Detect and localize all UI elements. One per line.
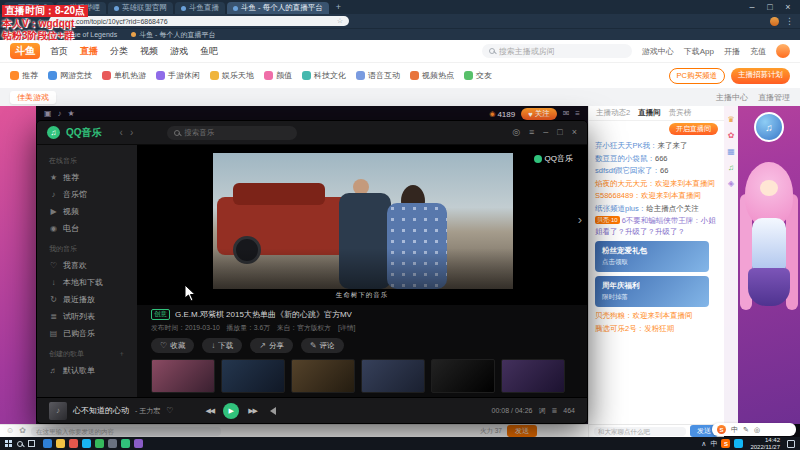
tray-caret-icon[interactable]: ∧ — [701, 440, 706, 447]
ime-lang-toggle[interactable]: 中 — [731, 426, 738, 433]
task-icon[interactable]: ▦ — [727, 148, 735, 156]
qqmusic-sidebar-entry[interactable]: 我的音乐 — [37, 237, 137, 257]
qqmusic-back-icon[interactable]: ‹ — [120, 128, 123, 138]
notification-center-icon[interactable] — [787, 440, 795, 448]
douyu-nav-item[interactable]: 鱼吧 — [200, 45, 218, 58]
mail-icon[interactable]: ✉ — [563, 110, 570, 118]
music-icon[interactable]: ♪ — [58, 110, 62, 118]
qqmusic-menu-icon[interactable]: ≡ — [529, 128, 534, 137]
douyu-header-link[interactable]: 游戏中心 — [642, 46, 674, 57]
taskbar-app-qqmusic[interactable] — [121, 439, 130, 448]
user-avatar[interactable] — [776, 44, 790, 58]
now-playing-artist[interactable]: 王力宏 — [135, 406, 160, 416]
douyu-nav-item[interactable]: 首页 — [50, 45, 68, 58]
lyric-button[interactable]: 词 — [538, 406, 545, 416]
danmu-send-button[interactable]: 发送 — [507, 425, 537, 437]
douyu-nav-item[interactable]: 游戏 — [170, 45, 188, 58]
qqmusic-minimize-button[interactable]: – — [543, 128, 548, 137]
douyu-category[interactable]: 娱乐天地 — [210, 70, 254, 81]
promo-button[interactable]: PC购买频道 — [669, 68, 725, 84]
volume-icon[interactable] — [266, 407, 276, 415]
douyu-header-link[interactable]: 下载App — [684, 46, 714, 57]
douyu-category[interactable]: 视频热点 — [410, 70, 454, 81]
gift-small-icon[interactable]: ✿ — [19, 427, 26, 435]
start-button[interactable] — [5, 440, 12, 447]
mv-thumbnail[interactable] — [431, 359, 495, 393]
taskbar-search-icon[interactable] — [17, 441, 23, 447]
qqmusic-search-input[interactable] — [184, 128, 290, 137]
mv-thumbnail[interactable] — [291, 359, 355, 393]
qqmusic-sidebar-entry[interactable]: ↓ 本地和下载 — [37, 274, 137, 291]
qqmusic-sidebar-entry[interactable]: ♪ 音乐馆 — [37, 186, 137, 203]
danmu-input[interactable] — [31, 427, 221, 436]
taskbar-app-explorer[interactable] — [56, 439, 65, 448]
douyu-category[interactable]: 科技文化 — [302, 70, 346, 81]
qqmusic-forward-icon[interactable]: › — [130, 128, 133, 138]
taskbar-app-edge[interactable] — [43, 439, 52, 448]
ime-settings-icon[interactable]: ◎ — [754, 426, 760, 433]
qqmusic-sidebar-entry[interactable]: ▶ 视频 — [37, 203, 137, 220]
taskbar-app-chrome[interactable] — [69, 439, 78, 448]
douyu-category[interactable]: 交友 — [464, 70, 492, 81]
mv-thumbnail[interactable] — [151, 359, 215, 393]
taskbar-clock[interactable]: 14:42 2022/11/27 — [747, 437, 783, 450]
mv-thumbnail[interactable] — [501, 359, 565, 393]
new-tab-button[interactable]: + — [331, 2, 346, 12]
douyu-search-box[interactable] — [482, 44, 632, 58]
taskbar-app-obs[interactable] — [134, 439, 143, 448]
douyu-category[interactable]: 语音互动 — [356, 70, 400, 81]
douyu-sub-link[interactable]: 直播管理 — [758, 92, 790, 103]
like-song-icon[interactable]: ♡ — [166, 406, 173, 415]
douyu-category[interactable]: 单机热游 — [102, 70, 146, 81]
douyu-nav-item[interactable]: 分类 — [110, 45, 128, 58]
qqmusic-sidebar-entry[interactable]: ↻ 最近播放 — [37, 291, 137, 308]
qqmusic-sidebar-entry[interactable]: ♬ 默认歌单 — [37, 362, 137, 379]
qqmusic-maximize-button[interactable]: □ — [557, 128, 562, 137]
qqmusic-settings-icon[interactable]: ◎ — [512, 128, 520, 137]
open-live-button[interactable]: 开启直播间 — [669, 123, 718, 135]
bookmark-item[interactable]: 斗鱼 - 每个人的直播平台 — [131, 30, 215, 40]
url-field[interactable]: douyu.com/topic/10ycf?rid=6868476 ☆ — [49, 16, 349, 26]
douyu-search-input[interactable] — [499, 47, 625, 56]
douyu-header-link[interactable]: 充值 — [750, 46, 766, 57]
douyu-nav-item[interactable]: 视频 — [140, 45, 158, 58]
browser-profile-avatar[interactable] — [770, 17, 779, 26]
chat-input[interactable] — [594, 427, 686, 436]
chat-tab[interactable]: 主播动态2 — [596, 108, 630, 118]
carousel-next-icon[interactable]: › — [578, 213, 582, 226]
qqmusic-sidebar-entry[interactable]: 在线音乐 — [37, 149, 137, 169]
douyu-category[interactable]: 网游竞技 — [48, 70, 92, 81]
room-category-tag[interactable]: 佳美游戏 — [10, 91, 56, 104]
qqmusic-sidebar-entry[interactable]: 创建的歌单 ＋ — [37, 342, 137, 362]
tray-qq-icon[interactable] — [734, 439, 743, 448]
window-maximize-button[interactable]: □ — [762, 2, 778, 12]
chat-tab[interactable]: 直播间 — [638, 108, 661, 118]
window-minimize-button[interactable]: – — [744, 2, 760, 12]
taskbar-app-steam[interactable] — [108, 439, 117, 448]
bookmark-star-icon[interactable]: ☆ — [337, 17, 343, 25]
tray-sogou-icon[interactable]: S — [721, 439, 730, 448]
qqmusic-sidebar-entry[interactable]: ★ 推荐 — [37, 169, 137, 186]
music-rail-icon[interactable]: ♫ — [728, 164, 734, 172]
douyu-category[interactable]: 推荐 — [10, 70, 38, 81]
add-playlist-icon[interactable]: ＋ — [118, 349, 125, 359]
follow-button[interactable]: ♥ 关注 — [521, 108, 556, 120]
now-playing-title[interactable]: 心不知道的心动 — [73, 405, 129, 416]
taskbar-app-qq[interactable] — [82, 439, 91, 448]
browser-tab[interactable]: 斗鱼 - 每个人的直播平台 — [227, 2, 329, 14]
tray-lang-indicator[interactable]: 中 — [710, 440, 717, 447]
promo-button[interactable]: 主播招募计划 — [731, 68, 790, 84]
mv-player-stage[interactable]: QQ音乐 生命树下的音乐 › — [137, 145, 587, 305]
douyu-category[interactable]: 手游休闲 — [156, 70, 200, 81]
mv-thumbnail[interactable] — [361, 359, 425, 393]
camera-icon[interactable]: ▣ — [44, 110, 52, 118]
queue-icon[interactable]: ≣ — [551, 407, 557, 415]
more-icon[interactable]: ≡ — [575, 110, 580, 118]
qqmusic-search-box[interactable] — [167, 126, 297, 140]
emoji-icon[interactable]: ☺ — [6, 427, 14, 435]
douyu-category[interactable]: 颜值 — [264, 70, 292, 81]
taskbar-app-wechat[interactable] — [95, 439, 104, 448]
previous-button[interactable]: ◀◀ — [205, 407, 214, 414]
gift-icon[interactable]: ✿ — [728, 132, 735, 140]
mv-action-button[interactable]: ↓ 下载 — [202, 338, 242, 353]
